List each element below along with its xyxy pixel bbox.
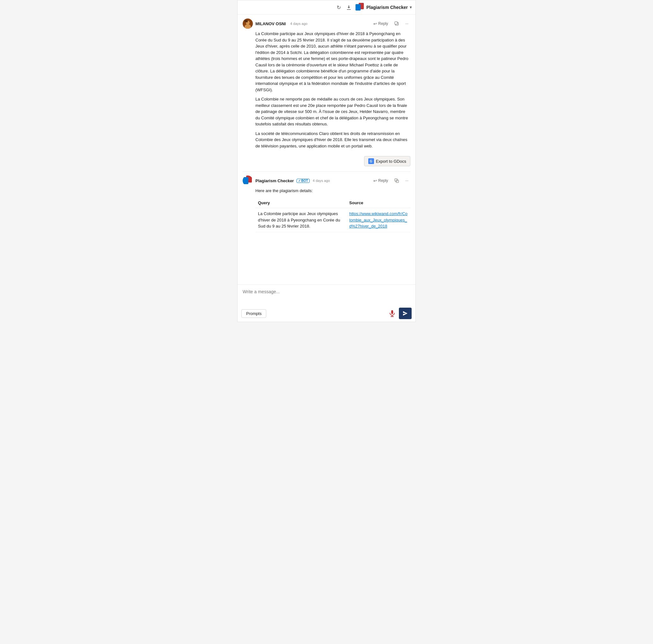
table-row: La Colombie participe aux Jeux olympique…	[256, 208, 410, 232]
more-button-2[interactable]: ···	[403, 178, 410, 184]
reply-button-1[interactable]: ↩ Reply	[371, 21, 390, 27]
message-input[interactable]	[238, 285, 415, 304]
compose-area: Prompts	[238, 284, 415, 322]
reply-icon-2: ↩	[373, 178, 377, 183]
para-1-2: La Colombie ne remporte pas de médaille …	[256, 96, 410, 127]
app-container: ↻ Plagiarism Checker ▾	[237, 0, 416, 322]
timestamp-2: 4 days ago	[313, 179, 330, 183]
reply-button-2[interactable]: ↩ Reply	[371, 178, 390, 184]
chevron-down-icon[interactable]: ▾	[410, 5, 412, 9]
author-name-2: Plagiarism Checker	[256, 178, 294, 183]
app-title: Plagiarism Checker	[366, 5, 408, 10]
table-source: https://www.wikiwand.com/fr/Colombie_aux…	[346, 208, 410, 232]
message-block-2: Plagiarism Checker ✓ BOT 4 days ago ↩ Re…	[243, 176, 410, 232]
bot-badge: ✓ BOT	[296, 179, 310, 183]
author-name-1: MILANOV OSNI	[256, 21, 286, 26]
message-actions-1: ↩ Reply ···	[371, 21, 410, 27]
more-button-1[interactable]: ···	[403, 21, 410, 26]
table-col2-header: Source	[346, 198, 410, 208]
export-gdocs-button[interactable]: G Export to GDocs	[364, 156, 410, 166]
copy-button-2[interactable]	[392, 178, 401, 184]
bot-intro: Here are the plagiarism details:	[256, 188, 410, 194]
download-icon[interactable]	[345, 4, 352, 11]
message-header-1: MILANOV OSNI 4 days ago ↩ Reply ···	[243, 19, 410, 29]
message-divider	[243, 171, 410, 172]
compose-right	[389, 308, 412, 319]
source-link[interactable]: https://www.wikiwand.com/fr/Colombie_aux…	[349, 211, 408, 229]
timestamp-1: 4 days ago	[290, 22, 307, 25]
message-block-1: MILANOV OSNI 4 days ago ↩ Reply ···	[243, 19, 410, 166]
refresh-icon[interactable]: ↻	[335, 4, 342, 11]
bot-avatar-icon	[243, 176, 253, 186]
table-col1-header: Query	[256, 198, 346, 208]
clearfix: G Export to GDocs	[256, 152, 410, 166]
prompts-button[interactable]: Prompts	[241, 309, 266, 318]
svg-rect-8	[391, 310, 393, 314]
message-actions-2: ↩ Reply ···	[371, 178, 410, 184]
bot-icon-blue	[243, 177, 248, 184]
message-body-1: La Colombie participe aux Jeux olympique…	[243, 31, 410, 166]
chat-area: MILANOV OSNI 4 days ago ↩ Reply ···	[238, 15, 415, 284]
plagiarism-table: Query Source La Colombie participe aux J…	[256, 198, 410, 232]
copy-button-1[interactable]	[392, 21, 401, 26]
reply-icon-1: ↩	[373, 21, 377, 26]
top-bar: ↻ Plagiarism Checker ▾	[238, 0, 415, 15]
para-1-1: La Colombie participe aux Jeux olympique…	[256, 31, 410, 93]
table-query: La Colombie participe aux Jeux olympique…	[256, 208, 346, 232]
app-name-bar[interactable]: Plagiarism Checker ▾	[356, 3, 412, 12]
app-icon	[356, 3, 364, 12]
gdocs-icon: G	[368, 158, 374, 164]
svg-rect-5	[395, 22, 397, 24]
avatar-bot	[243, 176, 253, 186]
para-1-3: La société de télécommunications Claro o…	[256, 131, 410, 150]
message-body-2: Here are the plagiarism details: Query S…	[243, 188, 410, 232]
send-button[interactable]	[399, 308, 412, 319]
message-header-left-1: MILANOV OSNI 4 days ago	[243, 19, 307, 29]
svg-rect-3	[245, 20, 248, 22]
message-header-2: Plagiarism Checker ✓ BOT 4 days ago ↩ Re…	[243, 176, 410, 186]
mic-button[interactable]	[389, 310, 396, 317]
message-header-left-2: Plagiarism Checker ✓ BOT 4 days ago	[243, 176, 330, 186]
avatar-human	[243, 19, 253, 29]
bot-name-row: Plagiarism Checker ✓ BOT 4 days ago	[256, 178, 330, 183]
compose-footer: Prompts	[238, 305, 415, 322]
